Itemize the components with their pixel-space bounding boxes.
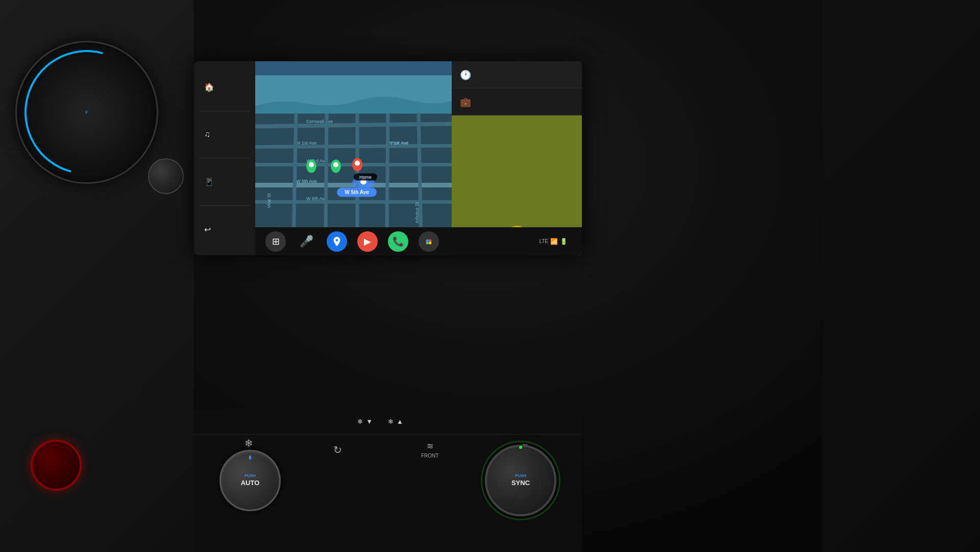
fan-down-arrow: ▼ (366, 418, 373, 425)
work-card[interactable]: 💼 (452, 88, 582, 115)
signal-icon: 📶 (550, 238, 558, 245)
gauge-cluster: F (15, 41, 158, 184)
maps-button[interactable] (327, 231, 347, 252)
battery-icon: 🔋 (560, 238, 568, 245)
status-icons: LTE 📶 🔋 (539, 238, 568, 245)
back-icon: ↩ (204, 225, 211, 234)
youtube-button[interactable]: ▶ (357, 231, 378, 252)
cards-panel: 🕐 💼 (452, 61, 582, 255)
vol-audio-area (148, 153, 184, 194)
engine-start-button[interactable] (31, 440, 82, 491)
work-icon: 💼 (460, 97, 471, 108)
nav-phone[interactable]: 📱 (199, 173, 250, 191)
sync-dot (519, 446, 522, 449)
stanley-park-card[interactable]: 🕐 (452, 61, 582, 88)
nav-home[interactable]: 🏠 (199, 78, 250, 96)
map-area[interactable]: Cornwall Ave W 1st Ave W 1st Ave W 3rd A… (255, 61, 452, 255)
svg-text:Arbutus St: Arbutus St (414, 202, 420, 224)
fan-up-button[interactable]: ❄ ▲ (388, 418, 403, 425)
svg-text:W 1st Ave: W 1st Ave (296, 140, 316, 146)
recirc-icon: ↻ (333, 444, 342, 456)
auto-knob-label: PUSH AUTO (241, 473, 260, 487)
recirculate-button[interactable]: ↻ (333, 444, 342, 456)
climate-section: ❄ ▼ ❄ ▲ ❄ ON/OFF ↻ ≋ FRONT ≋ REAR PUS (194, 409, 582, 552)
infotainment-screen: 🏠 ♫ 📱 ↩ (194, 61, 582, 255)
sync-knob-label: PUSH SYNC (511, 473, 530, 487)
nav-divider-3 (199, 205, 250, 206)
ac-icon: ❄ (244, 437, 253, 449)
svg-line-13 (293, 114, 296, 242)
audio-icon: ♫ (204, 130, 210, 139)
svg-line-16 (387, 114, 388, 242)
nav-bar: 🏠 ♫ 📱 ↩ (194, 61, 255, 255)
fan-up-arrow: ▲ (397, 418, 403, 425)
google-assistant-button[interactable] (419, 231, 439, 252)
nav-back[interactable]: ↩ (199, 221, 250, 238)
gauge-text: F (85, 110, 88, 115)
taskbar-right: LTE 📶 🔋 (539, 238, 572, 245)
phone-icon: 📱 (204, 177, 214, 187)
auto-knob-container: PUSH AUTO (219, 450, 281, 511)
lte-icon: LTE (539, 238, 548, 244)
svg-line-4 (255, 146, 452, 147)
svg-line-2 (255, 124, 452, 127)
fan-icon: ❄ (357, 418, 363, 425)
knob-indicator (249, 455, 251, 460)
phone-taskbar-button[interactable]: 📞 (388, 231, 408, 252)
map-svg: Cornwall Ave W 1st Ave W 1st Ave W 3rd A… (255, 61, 452, 255)
left-panel: F (0, 0, 194, 552)
svg-point-26 (355, 161, 360, 166)
apps-button[interactable]: ⊞ (265, 231, 286, 252)
taskbar: ⊞ 🎤 ▶ 📞 LTE 📶 🔋 (255, 227, 582, 255)
sync-knob[interactable]: PUSH SYNC (485, 445, 556, 516)
fan-up-icon: ❄ (388, 418, 394, 425)
auto-knob[interactable]: PUSH AUTO (219, 450, 281, 511)
svg-text:York Ave: York Ave (390, 140, 408, 146)
svg-text:W 6th Ave: W 6th Ave (306, 196, 327, 201)
front-label: FRONT (421, 453, 438, 459)
home-icon: 🏠 (204, 82, 214, 92)
sync-knob-wrapper: PUSH SYNC (485, 445, 556, 516)
svg-point-35 (424, 236, 433, 246)
mic-button[interactable]: 🎤 (296, 231, 316, 252)
svg-text:Vine St: Vine St (266, 193, 272, 208)
clock-icon: 🕐 (460, 69, 471, 81)
svg-text:Home: Home (359, 175, 372, 180)
svg-point-38 (426, 242, 429, 245)
taskbar-left: ⊞ 🎤 ▶ 📞 (265, 231, 439, 252)
right-panel (822, 0, 980, 552)
nav-divider-2 (199, 158, 250, 158)
svg-text:Cornwall Ave: Cornwall Ave (306, 119, 333, 124)
svg-line-14 (326, 114, 327, 242)
svg-point-22 (309, 162, 314, 167)
nav-audio[interactable]: ♫ (199, 126, 250, 143)
fan-down-button[interactable]: ❄ ▼ (357, 418, 373, 425)
climate-row-top: ❄ ▼ ❄ ▲ (194, 409, 582, 435)
svg-text:W 5th Ave: W 5th Ave (296, 179, 317, 184)
svg-point-39 (429, 242, 432, 245)
sync-knob-container: PUSH SYNC (485, 445, 556, 516)
vol-audio-knob[interactable] (148, 158, 184, 194)
front-defrost-button[interactable]: ≋ FRONT (421, 441, 438, 459)
svg-text:W 5th Ave: W 5th Ave (345, 189, 369, 195)
nav-divider-1 (199, 111, 250, 111)
svg-point-24 (333, 162, 338, 167)
map-canvas: Cornwall Ave W 1st Ave W 1st Ave W 3rd A… (255, 61, 452, 255)
front-defrost-icon: ≋ (427, 441, 433, 451)
